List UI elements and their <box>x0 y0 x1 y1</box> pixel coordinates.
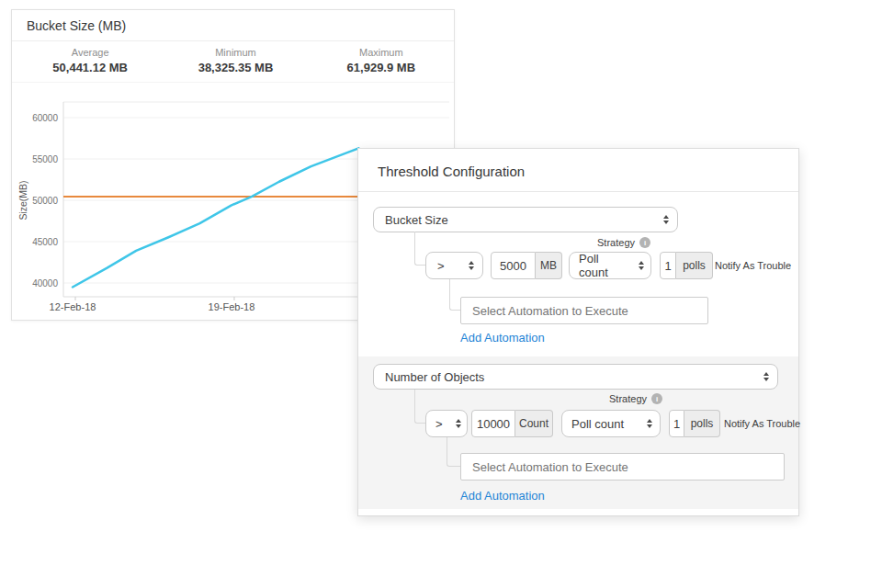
polls-addon-1: polls <box>676 252 713 279</box>
stat-minimum-label: Minimum <box>163 47 308 58</box>
threshold-value-input-2[interactable] <box>471 410 515 437</box>
stat-average: Average 50,441.12 MB <box>17 47 163 74</box>
select-arrows-icon <box>469 261 474 270</box>
stat-minimum-value: 38,325.35 MB <box>163 61 308 74</box>
metric-select-value: Bucket Size <box>385 213 448 227</box>
connector-line <box>447 437 460 467</box>
stat-maximum: Maximum 61,929.9 MB <box>309 47 454 74</box>
y-tick-label: 40000 <box>32 278 58 288</box>
strategy-label: Strategy <box>597 237 635 248</box>
threshold-value-input-1[interactable] <box>491 252 536 279</box>
poll-count-input-2[interactable] <box>669 410 684 437</box>
select-arrows-icon <box>663 215 669 224</box>
metric-select-number-of-objects[interactable]: Number of Objects <box>373 364 778 390</box>
strategy-select-value: Poll count <box>579 252 630 279</box>
poll-count-group-2: polls <box>669 410 720 437</box>
strategy-select-2[interactable]: Poll count <box>561 410 661 437</box>
operator-select-2[interactable]: > <box>425 410 468 437</box>
chart-title: Bucket Size (MB) <box>12 10 454 41</box>
threshold-unit-addon-1: MB <box>536 252 562 279</box>
strategy-select-1[interactable]: Poll count <box>569 252 651 279</box>
strategy-row-1: Strategy i <box>358 236 650 249</box>
threshold-unit-addon-2: Count <box>515 410 553 437</box>
x-tick-label: 12-Feb-18 <box>50 301 96 312</box>
polls-addon-2: polls <box>684 410 720 437</box>
info-icon[interactable]: i <box>651 393 662 404</box>
operator-select-value: > <box>437 259 445 273</box>
stat-maximum-value: 61,929.9 MB <box>309 61 454 74</box>
notify-as-trouble-label-1: Notify As Trouble <box>715 260 791 271</box>
connector-line <box>449 279 460 311</box>
select-arrows-icon <box>763 372 769 381</box>
threshold-panel-title: Threshold Configuration <box>358 149 798 192</box>
threshold-value-group-2: Count <box>471 410 553 437</box>
chart-stats-row: Average 50,441.12 MB Minimum 38,325.35 M… <box>12 41 454 83</box>
stat-maximum-label: Maximum <box>309 47 454 58</box>
y-tick-label: 45000 <box>32 237 58 247</box>
select-arrows-icon <box>456 419 461 428</box>
strategy-label: Strategy <box>609 393 647 404</box>
stat-average-label: Average <box>17 47 163 58</box>
threshold-configuration-panel: Threshold Configuration Bucket Size Stra… <box>357 148 799 516</box>
x-tick-label: 19-Feb-18 <box>209 301 255 312</box>
operator-select-1[interactable]: > <box>425 252 483 279</box>
operator-select-value: > <box>435 417 443 431</box>
y-axis-title: Size(MB) <box>17 180 28 220</box>
y-tick-label: 55000 <box>32 154 58 164</box>
info-icon[interactable]: i <box>639 237 650 248</box>
metric-select-bucket-size[interactable]: Bucket Size <box>373 207 678 232</box>
strategy-row-2: Strategy i <box>358 392 662 405</box>
notify-as-trouble-label-2: Notify As Trouble <box>724 418 800 429</box>
add-automation-link-2[interactable]: Add Automation <box>460 489 545 503</box>
add-automation-link-1[interactable]: Add Automation <box>460 331 545 345</box>
connector-line <box>414 232 425 266</box>
metric-select-value: Number of Objects <box>385 370 484 384</box>
threshold-value-group-1: MB <box>491 252 562 279</box>
automation-select-input-2[interactable] <box>460 453 785 481</box>
y-tick-label: 50000 <box>32 196 58 206</box>
poll-count-group-1: polls <box>660 252 713 279</box>
stat-average-value: 50,441.12 MB <box>17 61 163 74</box>
stat-minimum: Minimum 38,325.35 MB <box>163 47 308 74</box>
connector-line <box>414 390 425 424</box>
select-arrows-icon <box>639 261 644 270</box>
automation-select-input-1[interactable] <box>460 297 708 324</box>
select-arrows-icon <box>647 419 652 428</box>
poll-count-input-1[interactable] <box>660 252 676 279</box>
strategy-select-value: Poll count <box>571 417 624 431</box>
y-tick-label: 60000 <box>32 113 58 123</box>
series-line <box>73 148 358 287</box>
